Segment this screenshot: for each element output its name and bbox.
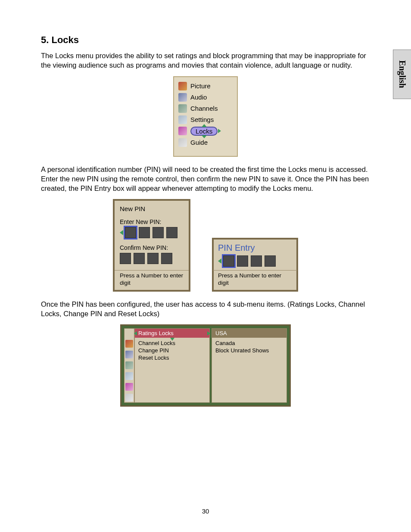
chevron-left-icon	[120, 230, 123, 235]
picture-icon	[178, 82, 187, 90]
submenu-left-body: Channel Locks Change PIN Reset Locks	[135, 338, 209, 400]
pin-digit-input[interactable]	[223, 255, 234, 267]
submenu-right-panel: USA Canada Block Unrated Shows	[212, 328, 287, 403]
menu-item-label: Picture	[190, 82, 211, 90]
menu-item-label: Guide	[190, 139, 208, 146]
confirm-pin-digits	[120, 253, 184, 264]
divider	[115, 270, 189, 271]
submenu-item-block-unrated[interactable]: Block Unrated Shows	[215, 347, 283, 354]
submenu-header-usa[interactable]: USA	[212, 329, 286, 338]
submenu-header-ratings-locks[interactable]: Ratings Locks	[135, 329, 209, 338]
submenu-paragraph: Once the PIN has been configured, the us…	[41, 299, 370, 319]
pin-digit-input[interactable]	[147, 253, 159, 264]
chevron-down-icon	[202, 135, 207, 138]
pin-digit-input[interactable]	[161, 253, 172, 264]
guide-icon	[178, 138, 187, 147]
submenu-left-panel: Ratings Locks Channel Locks Change PIN R…	[134, 328, 210, 403]
section-heading: 5. Locks	[41, 34, 370, 46]
audio-icon	[125, 351, 133, 358]
submenu-item-reset-locks[interactable]: Reset Locks	[138, 354, 206, 361]
main-menu-box: Picture Audio Channels Settings	[173, 76, 238, 157]
chevron-up-icon	[202, 124, 207, 127]
menu-item-label: Locks	[196, 128, 212, 135]
settings-icon	[125, 372, 133, 380]
menu-item-picture[interactable]: Picture	[177, 81, 232, 92]
dialog-title: PIN Entry	[218, 243, 292, 253]
pin-digit-input[interactable]	[120, 253, 131, 264]
pin-digit-input[interactable]	[237, 255, 248, 267]
main-menu-figure: Picture Audio Channels Settings	[41, 76, 370, 157]
new-pin-dialog: New PIN Enter New PIN: Confirm New PIN: …	[113, 199, 190, 291]
language-tab: English	[393, 50, 411, 99]
menu-item-label: Channels	[190, 105, 218, 112]
locks-icon	[178, 127, 187, 135]
chevron-left-icon	[218, 258, 221, 264]
pin-entry-dialog: PIN Entry Press a Number to enter digit	[212, 238, 298, 291]
pin-digit-input[interactable]	[265, 255, 276, 267]
chevron-right-icon	[207, 331, 210, 336]
chevron-down-icon	[170, 338, 174, 341]
divider	[213, 270, 297, 271]
menu-item-label: Settings	[190, 116, 214, 123]
pin-digit-input[interactable]	[125, 227, 136, 238]
dialog-hint: Press a Number to enter digit	[218, 272, 292, 286]
page-number: 30	[0, 507, 411, 515]
chevron-left-icon	[134, 331, 137, 336]
enter-pin-digits	[120, 227, 184, 238]
submenu-box: Ratings Locks Channel Locks Change PIN R…	[120, 324, 291, 407]
enter-pin-label: Enter New PIN:	[120, 218, 184, 225]
submenu-item-change-pin[interactable]: Change PIN	[138, 347, 206, 354]
dialog-title: New PIN	[120, 205, 184, 212]
confirm-pin-label: Confirm New PIN:	[120, 244, 184, 251]
audio-icon	[178, 93, 187, 102]
menu-item-locks[interactable]: Locks	[177, 125, 232, 137]
menu-item-guide[interactable]: Guide	[177, 137, 232, 148]
pin-digit-input[interactable]	[134, 253, 145, 264]
intro-paragraph: The Locks menu provides the ability to s…	[41, 51, 370, 70]
channels-icon	[178, 104, 187, 113]
submenu-figure: Ratings Locks Channel Locks Change PIN R…	[41, 324, 370, 407]
submenu-icon-column	[124, 328, 134, 403]
pin-digit-input[interactable]	[153, 227, 164, 238]
menu-item-selected-pill: Locks	[190, 127, 218, 136]
pin-digit-input[interactable]	[139, 227, 150, 238]
guide-icon	[125, 394, 133, 401]
submenu-right-body: Canada Block Unrated Shows	[212, 338, 286, 393]
picture-icon	[125, 340, 133, 348]
locks-icon	[125, 383, 133, 391]
submenu-header-label: Ratings Locks	[138, 330, 174, 336]
menu-item-label: Audio	[190, 93, 207, 101]
submenu-item-canada[interactable]: Canada	[215, 339, 283, 347]
submenu-header-label: USA	[215, 330, 227, 336]
chevron-right-icon	[218, 129, 221, 133]
settings-icon	[178, 115, 187, 124]
pin-paragraph: A personal identification number (PIN) w…	[41, 165, 370, 193]
menu-item-channels[interactable]: Channels	[177, 103, 232, 114]
pin-digit-input[interactable]	[166, 227, 177, 238]
pin-digit-input[interactable]	[251, 255, 262, 267]
menu-item-audio[interactable]: Audio	[177, 92, 232, 103]
pin-entry-digits	[218, 255, 292, 267]
channels-icon	[125, 361, 133, 369]
dialog-hint: Press a Number to enter digit	[120, 272, 184, 286]
